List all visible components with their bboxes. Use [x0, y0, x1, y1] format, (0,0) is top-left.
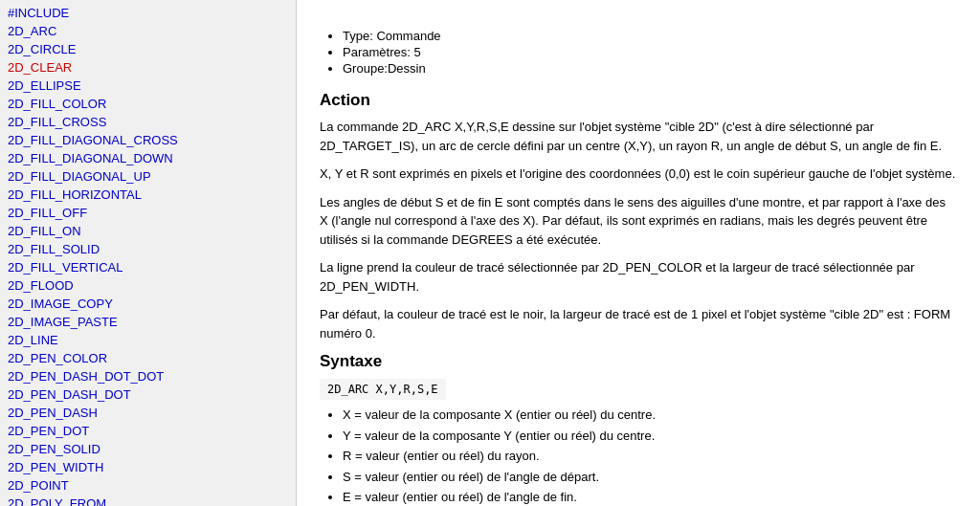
section-list-1: X = valeur de la composante X (entier ou… — [320, 406, 957, 506]
sidebar-item-2d_fill_diagonal_up[interactable]: 2D_FILL_DIAGONAL_UP — [0, 167, 296, 186]
sidebar-item-2d_circle[interactable]: 2D_CIRCLE — [0, 40, 296, 58]
paragraph-0-4: Par défaut, la couleur de tracé est le n… — [320, 305, 957, 342]
sidebar-item-2d_pen_width[interactable]: 2D_PEN_WIDTH — [0, 458, 296, 476]
sections-container: ActionLa commande 2D_ARC X,Y,R,S,E dessi… — [320, 91, 957, 506]
sidebar-list: #INCLUDE2D_ARC2D_CIRCLE2D_CLEAR2D_ELLIPS… — [0, 0, 296, 506]
sidebar-item-2d_point[interactable]: 2D_POINT — [0, 476, 296, 495]
list-item-1-3: S = valeur (entier ou réel) de l'angle d… — [343, 468, 957, 487]
meta-item: Type: Commande — [343, 29, 957, 43]
sidebar-item-2d_pen_dash[interactable]: 2D_PEN_DASH — [0, 404, 296, 422]
paragraph-0-0: La commande 2D_ARC X,Y,R,S,E dessine sur… — [320, 118, 957, 155]
section-heading-1: Syntaxe — [320, 352, 957, 371]
meta-list: Type: CommandeParamètres: 5Groupe:Dessin — [320, 29, 957, 76]
list-item-1-0: X = valeur de la composante X (entier ou… — [343, 406, 957, 425]
sidebar-item-2d_fill_cross[interactable]: 2D_FILL_CROSS — [0, 113, 296, 131]
sidebar-item-2d_line[interactable]: 2D_LINE — [0, 331, 296, 349]
sidebar-item-2d_fill_diagonal_down[interactable]: 2D_FILL_DIAGONAL_DOWN — [0, 149, 296, 167]
sidebar-item-2d_fill_horizontal[interactable]: 2D_FILL_HORIZONTAL — [0, 186, 296, 204]
sidebar-item-2d_fill_solid[interactable]: 2D_FILL_SOLID — [0, 240, 296, 258]
sidebar-item-2d_pen_dot[interactable]: 2D_PEN_DOT — [0, 422, 296, 440]
sidebar-item-2d_pen_color[interactable]: 2D_PEN_COLOR — [0, 349, 296, 367]
section-heading-0: Action — [320, 91, 957, 110]
sidebar-item-2d_fill_on[interactable]: 2D_FILL_ON — [0, 222, 296, 240]
paragraph-0-3: La ligne prend la couleur de tracé sélec… — [320, 258, 957, 296]
sidebar-item-2d_clear[interactable]: 2D_CLEAR — [0, 58, 296, 77]
list-item-1-2: R = valeur (entier ou réel) du rayon. — [343, 447, 957, 466]
sidebar-item-2d_pen_dash_dot_dot[interactable]: 2D_PEN_DASH_DOT_DOT — [0, 367, 296, 385]
sidebar-item-2d_pen_solid[interactable]: 2D_PEN_SOLID — [0, 440, 296, 458]
sidebar-item-2d_fill_diagonal_cross[interactable]: 2D_FILL_DIAGONAL_CROSS — [0, 131, 296, 149]
sidebar-item-include[interactable]: #INCLUDE — [0, 4, 296, 22]
sidebar-item-2d_poly_from[interactable]: 2D_POLY_FROM — [0, 495, 296, 506]
paragraph-0-1: X, Y et R sont exprimés en pixels et l'o… — [320, 165, 957, 184]
sidebar-item-2d_arc[interactable]: 2D_ARC — [0, 22, 296, 40]
meta-item: Groupe:Dessin — [343, 61, 957, 76]
sidebar-item-2d_image_copy[interactable]: 2D_IMAGE_COPY — [0, 295, 296, 313]
paragraph-0-2: Les angles de début S et de fin E sont c… — [320, 193, 957, 250]
sidebar[interactable]: #INCLUDE2D_ARC2D_CIRCLE2D_CLEAR2D_ELLIPS… — [0, 0, 297, 506]
main-content: Type: CommandeParamètres: 5Groupe:Dessin… — [297, 0, 980, 506]
sidebar-item-2d_fill_color[interactable]: 2D_FILL_COLOR — [0, 95, 296, 113]
meta-item: Paramètres: 5 — [343, 45, 957, 59]
list-item-1-1: Y = valeur de la composante Y (entier ou… — [343, 427, 957, 446]
sidebar-item-2d_flood[interactable]: 2D_FLOOD — [0, 276, 296, 295]
sidebar-item-2d_fill_off[interactable]: 2D_FILL_OFF — [0, 204, 296, 222]
sidebar-item-2d_ellipse[interactable]: 2D_ELLIPSE — [0, 77, 296, 95]
list-item-1-4: E = valeur (entier ou réel) de l'angle d… — [343, 488, 957, 506]
sidebar-item-2d_fill_vertical[interactable]: 2D_FILL_VERTICAL — [0, 258, 296, 276]
code-block-1: 2D_ARC X,Y,R,S,E — [320, 379, 446, 400]
sidebar-item-2d_image_paste[interactable]: 2D_IMAGE_PASTE — [0, 313, 296, 331]
sidebar-item-2d_pen_dash_dot[interactable]: 2D_PEN_DASH_DOT — [0, 385, 296, 404]
